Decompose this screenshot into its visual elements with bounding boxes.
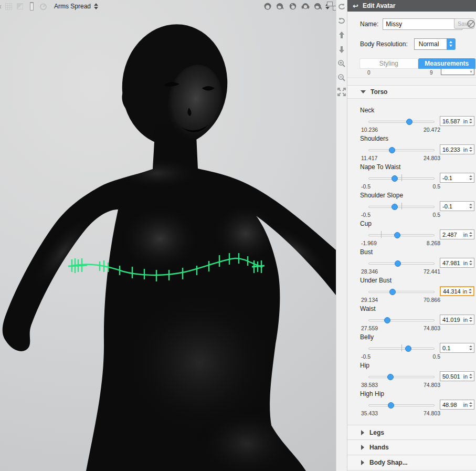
slider-track[interactable]: [368, 260, 435, 267]
spinbox-stepper-icon[interactable]: [469, 260, 472, 265]
slider-track[interactable]: [368, 317, 435, 323]
slider-max-label: 20.472: [424, 127, 440, 133]
pose-stepper-icon[interactable]: [94, 3, 98, 9]
slider-thumb[interactable]: [406, 119, 412, 125]
slider-track[interactable]: [368, 402, 435, 409]
value-spinbox[interactable]: -0.1: [440, 173, 474, 183]
spinbox-stepper-icon[interactable]: [469, 232, 472, 237]
edit-avatar-panel: ↩ Edit Avatar Name: Save Body Resolution…: [347, 0, 476, 471]
slider-thumb[interactable]: [384, 317, 390, 323]
spinbox-stepper-icon[interactable]: [469, 204, 472, 208]
slider-thumb[interactable]: [395, 260, 401, 267]
value-spinbox[interactable]: 2.487 in: [440, 229, 474, 239]
spinbox-stepper-icon[interactable]: [469, 317, 472, 322]
panel-header: ↩ Edit Avatar: [347, 0, 476, 12]
section-header-bodyshap[interactable]: Body Shap...: [347, 455, 476, 470]
spinbox-unit: in: [463, 232, 468, 238]
slider-track[interactable]: [368, 288, 435, 295]
spinbox-stepper-icon[interactable]: [469, 147, 472, 152]
pan-down-icon[interactable]: [337, 45, 346, 54]
clipped-slider-row: 0 9 ˅: [347, 69, 476, 78]
torso-sliders: Neck 10.236 20.472 16.587 in Shoulders 1…: [347, 99, 476, 421]
value-spinbox[interactable]: 16.233 in: [440, 144, 474, 154]
avatar-style-4-icon[interactable]: [299, 1, 312, 12]
section-header-hands[interactable]: Hands: [347, 440, 476, 455]
slider-min-label: 11.417: [361, 155, 377, 161]
value-spinbox[interactable]: 41.019 in: [440, 315, 474, 325]
slider-thumb[interactable]: [388, 402, 394, 409]
name-input[interactable]: [383, 18, 462, 30]
clipped-dropdown[interactable]: ˅: [441, 69, 474, 75]
slider-thumb[interactable]: [387, 374, 394, 380]
name-row: Name: Save: [360, 18, 474, 30]
slider-track[interactable]: [368, 146, 435, 153]
measurement-slider: Waist 27.559 74.803 41.019 in: [347, 304, 476, 332]
avatar-selector-icon[interactable]: [312, 1, 324, 12]
body-resolution-stepper-icon[interactable]: [447, 38, 456, 50]
tab-styling[interactable]: Styling: [359, 58, 418, 69]
avatar-3d-render: [0, 0, 336, 471]
body-resolution-select[interactable]: Normal: [414, 38, 456, 50]
pan-up-icon[interactable]: [337, 30, 346, 40]
spinbox-stepper-icon[interactable]: [469, 119, 472, 123]
grid-icon[interactable]: [3, 1, 14, 12]
value-spinbox[interactable]: 44.314 in: [440, 286, 474, 296]
slider-thumb[interactable]: [392, 204, 398, 210]
spinbox-stepper-icon[interactable]: [469, 289, 472, 294]
value-spinbox[interactable]: 48.98 in: [440, 400, 474, 410]
avatar-style-1-icon[interactable]: [261, 1, 274, 12]
cascade-windows-icon[interactable]: [331, 2, 336, 11]
value-spinbox[interactable]: 16.587 in: [440, 116, 474, 126]
slider-max-label: 0.5: [432, 353, 440, 360]
slider-thumb[interactable]: [392, 175, 398, 182]
spinbox-value: -0.1: [440, 203, 468, 210]
slider-track[interactable]: [368, 118, 435, 125]
spinbox-stepper-icon[interactable]: [469, 346, 472, 350]
slider-track[interactable]: [368, 345, 435, 352]
zoom-out-icon[interactable]: [337, 73, 346, 82]
slider-thumb[interactable]: [389, 147, 395, 153]
spinbox-stepper-icon[interactable]: [469, 175, 472, 180]
section-header-legs[interactable]: Legs: [347, 425, 476, 440]
tab-measurements[interactable]: Measurements: [418, 58, 476, 69]
slider-label: Nape To Waist: [360, 163, 400, 171]
value-spinbox[interactable]: 50.501 in: [440, 371, 474, 381]
slider-thumb[interactable]: [405, 346, 411, 352]
slider-default-tick: [401, 344, 402, 351]
slider-track[interactable]: [368, 232, 435, 238]
3d-viewport[interactable]: « Arms Spread: [0, 0, 336, 471]
avatar-body-silhouette: [3, 18, 336, 471]
slider-default-tick: [401, 174, 402, 181]
ruler-icon[interactable]: [26, 1, 37, 12]
spinbox-unit: in: [463, 373, 468, 380]
avatar-style-2-icon[interactable]: [274, 1, 287, 12]
spinbox-unit: in: [463, 317, 468, 323]
slider-track[interactable]: [368, 203, 435, 210]
gauge-icon[interactable]: [37, 1, 49, 12]
pose-selector[interactable]: Arms Spread: [54, 3, 98, 10]
value-spinbox[interactable]: -0.1: [440, 201, 474, 211]
section-header-torso[interactable]: Torso: [347, 85, 476, 99]
slider-min-label: 29.134: [361, 297, 378, 303]
slider-label: Belly: [360, 333, 374, 341]
slider-min-label: 28.346: [361, 268, 378, 275]
measurement-slider: Hip 38.583 74.803 50.501 in: [347, 361, 476, 389]
slider-thumb[interactable]: [389, 289, 396, 295]
slider-track[interactable]: [368, 175, 435, 182]
value-spinbox[interactable]: 47.981 in: [440, 258, 474, 268]
value-spinbox[interactable]: 0.1: [440, 343, 474, 353]
slider-track[interactable]: [368, 373, 435, 380]
zoom-in-icon[interactable]: [337, 59, 346, 68]
spinbox-stepper-icon[interactable]: [469, 402, 472, 407]
slider-label: Bust: [360, 248, 373, 256]
zoom-fit-icon[interactable]: [337, 87, 346, 97]
avatar-style-3-icon[interactable]: [287, 1, 299, 12]
spinbox-stepper-icon[interactable]: [469, 374, 472, 379]
measurement-slider: Shoulder Slope -0.5 0.5 -0.1: [347, 191, 476, 219]
orbit-back-icon[interactable]: [337, 2, 346, 12]
slider-max-label: 0.5: [432, 212, 440, 218]
slider-thumb[interactable]: [394, 232, 400, 238]
snap-plane-icon[interactable]: [14, 1, 26, 12]
orbit-forward-icon[interactable]: [337, 16, 346, 26]
back-icon[interactable]: ↩: [353, 2, 358, 10]
